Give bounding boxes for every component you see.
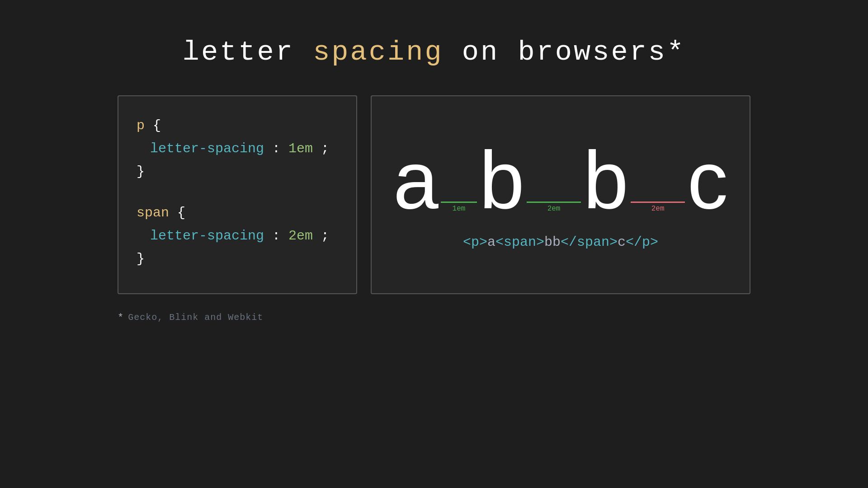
footnote-star: *	[118, 312, 123, 324]
code-p-brace-open: {	[153, 118, 161, 133]
spacing-indicator-2em-red: 2em	[628, 202, 687, 221]
html-p-close: </p>	[626, 235, 658, 250]
panels-container: p { letter-spacing : 1em ; } span { lett…	[118, 95, 750, 294]
footnote-container: * Gecko, Blink and Webkit	[118, 312, 750, 324]
spacing-label-2em-green: 2em	[547, 205, 561, 213]
html-markup-line: <p>a<span>bb</span>c</p>	[463, 235, 658, 250]
html-span-open: <span>	[495, 235, 544, 250]
code-separator	[137, 183, 338, 202]
code-line-p-property: letter-spacing : 1em ;	[137, 137, 338, 160]
demo-letter-b2: b	[583, 140, 628, 221]
page-title: letter spacing on browsers*	[183, 36, 686, 68]
code-block-p: p { letter-spacing : 1em ; }	[137, 114, 338, 183]
html-c-text: c	[618, 235, 626, 250]
code-span-brace-open: {	[177, 205, 185, 221]
spacing-label-1em: 1em	[453, 205, 466, 213]
title-asterisk: *	[667, 36, 685, 68]
code-panel: p { letter-spacing : 1em ; } span { lett…	[118, 95, 357, 294]
title-text-letter: letter	[183, 36, 313, 68]
spacing-line-green-1	[441, 202, 477, 203]
html-a-text: a	[487, 235, 495, 250]
spacing-indicator-1em: 1em	[439, 202, 479, 221]
letters-display-row: a 1em b 2em b 2em c	[393, 140, 728, 221]
spacing-label-2em-red: 2em	[651, 205, 665, 213]
demo-panel: a 1em b 2em b 2em c	[371, 95, 750, 294]
demo-letter-b1: b	[479, 140, 524, 221]
code-semi-1: ;	[321, 141, 329, 156]
spacing-indicator-2em-green: 2em	[524, 202, 583, 221]
demo-letter-c: c	[687, 140, 728, 221]
code-line-span-selector: span {	[137, 202, 338, 225]
code-p-tag: p	[137, 118, 145, 133]
code-p-brace-close: }	[137, 164, 145, 179]
spacing-line-green-2	[527, 202, 581, 203]
code-block-span: span { letter-spacing : 2em ; }	[137, 202, 338, 271]
code-line-p-brace-close: }	[137, 160, 338, 183]
html-span-close: </span>	[561, 235, 618, 250]
code-letter-spacing-prop-2: letter-spacing	[150, 228, 264, 244]
spacing-line-red	[631, 202, 685, 203]
code-span-brace-close: }	[137, 251, 145, 267]
footnote-text: Gecko, Blink and Webkit	[128, 312, 263, 323]
code-letter-spacing-prop-1: letter-spacing	[150, 141, 264, 156]
demo-letter-a: a	[393, 140, 439, 221]
title-text-spacing: spacing	[313, 36, 443, 68]
code-value-1em: 1em	[288, 141, 313, 156]
code-span-tag: span	[137, 205, 169, 221]
code-value-2em: 2em	[288, 228, 313, 244]
html-bb-text: bb	[544, 235, 561, 250]
code-line-p-selector: p {	[137, 114, 338, 137]
code-colon-1: :	[272, 141, 288, 156]
code-line-span-property: letter-spacing : 2em ;	[137, 225, 338, 248]
code-colon-2: :	[272, 228, 288, 244]
title-text-on-browsers: on browsers	[443, 36, 667, 68]
html-p-open: <p>	[463, 235, 487, 250]
code-line-span-brace-close: }	[137, 248, 338, 271]
code-semi-2: ;	[321, 228, 329, 244]
